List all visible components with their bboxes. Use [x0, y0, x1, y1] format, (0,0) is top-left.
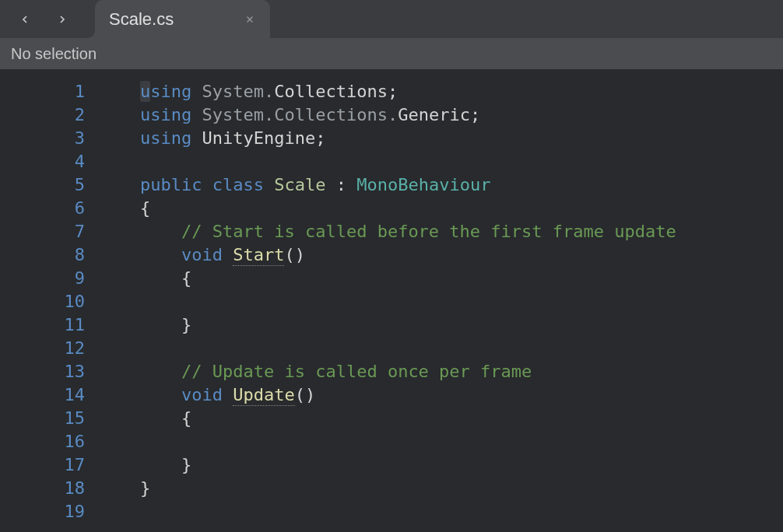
code-line: using UnityEngine; [140, 127, 783, 150]
namespace: System [191, 105, 264, 124]
brace: { [140, 198, 150, 218]
line-number-gutter: 1 2 3 4 5 6 7 8 9 10 11 12 13 14 15 16 1… [0, 80, 90, 532]
code-line: } [140, 453, 783, 477]
code-line [140, 430, 783, 453]
line-number: 16 [0, 430, 85, 453]
line-number: 10 [0, 290, 85, 313]
line-number: 2 [0, 103, 85, 127]
line-number: 3 [0, 127, 85, 150]
tab-close-button[interactable] [244, 13, 256, 26]
keyword: public [140, 175, 202, 194]
code-content[interactable]: using System.Collections; using System.C… [90, 80, 783, 532]
keyword: using [140, 105, 191, 124]
code-line: void Start() [140, 243, 783, 267]
comment: // Start is called before the first fram… [181, 222, 676, 241]
code-line: using System.Collections; [140, 80, 783, 103]
brace: } [140, 478, 150, 498]
namespace: Generic [398, 105, 470, 124]
code-line: // Update is called once per frame [140, 360, 783, 383]
code-line: { [140, 407, 783, 430]
nav-buttons [0, 10, 87, 29]
semicolon: ; [470, 105, 480, 124]
keyword: using [140, 81, 191, 102]
file-tab[interactable]: Scale.cs [95, 0, 270, 38]
class-name: Scale [274, 175, 325, 194]
line-number: 7 [0, 220, 85, 243]
method-name: Start [233, 245, 284, 266]
line-number: 5 [0, 173, 85, 197]
code-line: { [140, 267, 783, 290]
keyword: using [140, 128, 191, 148]
code-line: } [140, 313, 783, 337]
dot: . [264, 82, 274, 101]
breadcrumb-bar[interactable]: No selection [0, 38, 783, 69]
close-icon [244, 14, 255, 25]
code-line: public class Scale : MonoBehaviour [140, 173, 783, 197]
line-number: 17 [0, 453, 85, 477]
keyword: void [181, 385, 223, 404]
tab-label: Scale.cs [109, 9, 174, 30]
keyword: void [181, 245, 223, 264]
code-line [140, 150, 783, 173]
nav-forward-button[interactable] [53, 10, 72, 29]
line-number: 14 [0, 383, 85, 407]
code-editor[interactable]: 1 2 3 4 5 6 7 8 9 10 11 12 13 14 15 16 1… [0, 69, 783, 532]
parentheses: () [284, 245, 305, 264]
namespace: UnityEngine [202, 128, 315, 148]
line-number: 13 [0, 360, 85, 383]
code-line: using System.Collections.Generic; [140, 103, 783, 127]
code-line [140, 500, 783, 523]
colon: : [336, 175, 346, 194]
nav-back-button[interactable] [16, 10, 34, 29]
code-line: void Update() [140, 383, 783, 407]
code-line: // Start is called before the first fram… [140, 220, 783, 243]
brace: { [181, 408, 191, 428]
code-line: { [140, 197, 783, 220]
brace: } [181, 455, 191, 474]
semicolon: ; [388, 82, 398, 101]
line-number: 8 [0, 243, 85, 267]
brace: { [181, 268, 191, 288]
chevron-left-icon [19, 13, 31, 26]
parentheses: () [295, 385, 316, 404]
cursor-position: u [140, 81, 150, 102]
line-number: 18 [0, 477, 85, 500]
semicolon: ; [315, 128, 325, 148]
line-number: 6 [0, 197, 85, 220]
method-name: Update [233, 385, 294, 406]
code-line [140, 337, 783, 360]
dot: . [264, 105, 274, 124]
brace: } [181, 315, 191, 334]
type-name: MonoBehaviour [356, 175, 490, 194]
chevron-right-icon [56, 13, 68, 26]
line-number: 11 [0, 313, 85, 337]
line-number: 19 [0, 500, 85, 523]
namespace: Collections [274, 82, 388, 101]
line-number: 1 [0, 80, 85, 103]
comment: // Update is called once per frame [181, 362, 532, 381]
namespace: System [191, 82, 264, 101]
titlebar: Scale.cs [0, 0, 783, 38]
namespace: Collections [274, 105, 388, 124]
line-number: 4 [0, 150, 85, 173]
line-number: 15 [0, 407, 85, 430]
code-line [140, 290, 783, 313]
breadcrumb-text: No selection [11, 45, 97, 63]
line-number: 9 [0, 267, 85, 290]
code-line: } [140, 477, 783, 500]
keyword: class [212, 175, 264, 194]
dot: . [388, 105, 398, 124]
line-number: 12 [0, 337, 85, 360]
